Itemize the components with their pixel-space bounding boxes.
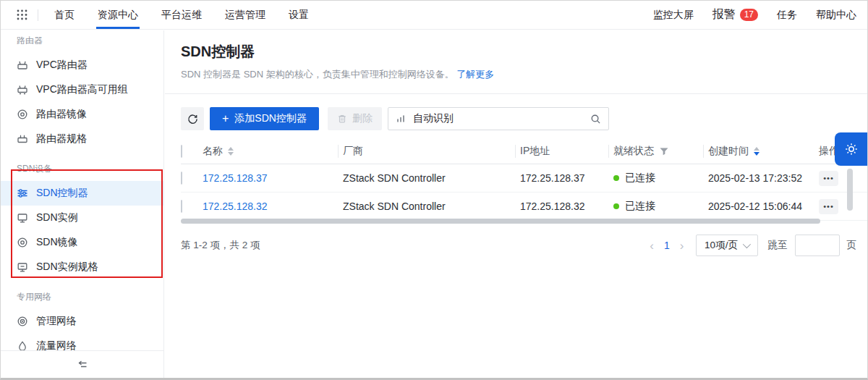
select-all-checkbox[interactable] bbox=[181, 145, 182, 158]
horizontal-scrollbar[interactable] bbox=[181, 219, 820, 224]
collapse-sidebar-icon bbox=[77, 360, 88, 370]
nav-item-help-center[interactable]: 帮助中心 bbox=[816, 1, 856, 29]
column-status: 就绪状态 bbox=[613, 145, 654, 158]
nav-item-operation-mgmt[interactable]: 运营管理 bbox=[221, 1, 270, 29]
sidebar-item-management-network[interactable]: 管理网络 bbox=[1, 309, 163, 334]
search-icon[interactable] bbox=[590, 114, 601, 124]
header-divider bbox=[165, 93, 867, 94]
page-description: SDN 控制器是 SDN 架构的核心，负责集中管理和控制网络设备。 了解更多 bbox=[181, 68, 850, 81]
prev-page-button[interactable]: ‹ bbox=[645, 240, 658, 252]
page-size-select[interactable]: 10项/页 bbox=[696, 235, 758, 256]
table-header-row: 名称 厂商 IP地址 就绪状态 创建时间 操作 bbox=[181, 139, 867, 164]
row-name-link[interactable]: 172.25.128.37 bbox=[203, 172, 268, 184]
row-created: 2025-02-12 15:06:44 bbox=[703, 200, 819, 212]
alarm-label: 报警 bbox=[712, 7, 736, 22]
row-checkbox[interactable] bbox=[181, 172, 182, 185]
sidebar-item-sdn-image[interactable]: SDN镜像 bbox=[1, 230, 163, 255]
nav-item-resource-center[interactable]: 资源中心 bbox=[93, 1, 142, 29]
row-name-link[interactable]: 172.25.128.32 bbox=[203, 200, 268, 212]
table-footer: 第 1-2 项，共 2 项 ‹ 1 › 10项/页 跳至 页 bbox=[181, 235, 856, 256]
column-name: 名称 bbox=[203, 145, 223, 158]
nav-item-home[interactable]: 首页 bbox=[50, 1, 79, 29]
next-page-button[interactable]: › bbox=[676, 240, 689, 252]
filter-icon[interactable] bbox=[660, 148, 668, 156]
page-header: SDN控制器 SDN 控制器是 SDN 架构的核心，负责集中管理和控制网络设备。… bbox=[165, 30, 867, 81]
sliders-icon bbox=[17, 187, 28, 199]
gear-icon bbox=[844, 142, 859, 156]
sidebar-item-label: 管理网络 bbox=[36, 315, 77, 328]
plus-icon: + bbox=[222, 113, 229, 124]
sort-created-icon[interactable] bbox=[754, 147, 760, 156]
sidebar: 路由器 VPC路由器 VPC路由器高可用组 路由器 bbox=[1, 30, 164, 378]
app-window: 首页 资源中心 平台运维 运营管理 设置 监控大屏 报警 17 任务 帮助中心 … bbox=[0, 0, 868, 380]
page-number[interactable]: 1 bbox=[658, 240, 676, 251]
row-checkbox[interactable] bbox=[181, 200, 182, 213]
refresh-button[interactable] bbox=[181, 107, 204, 130]
toolbar: + 添加SDN控制器 删除 bbox=[181, 107, 867, 130]
nav-item-platform-ops[interactable]: 平台运维 bbox=[157, 1, 206, 29]
delete-button[interactable]: 删除 bbox=[328, 107, 382, 130]
sidebar-item-label: SDN实例 bbox=[36, 211, 78, 224]
monitor-icon bbox=[17, 212, 28, 224]
page-unit-label: 页 bbox=[847, 239, 857, 252]
page-description-text: SDN 控制器是 SDN 架构的核心，负责集中管理和控制网络设备。 bbox=[181, 69, 454, 80]
router-spec-icon bbox=[17, 133, 28, 145]
row-vendor: ZStack SDN Controller bbox=[338, 200, 515, 212]
sidebar-item-sdn-instance-spec[interactable]: SDN实例规格 bbox=[1, 255, 163, 279]
jump-to-label: 跳至 bbox=[768, 239, 788, 252]
sidebar-item-label: SDN镜像 bbox=[36, 236, 78, 249]
monitor-spec-icon bbox=[17, 261, 28, 273]
sidebar-item-sdn-instance[interactable]: SDN实例 bbox=[1, 206, 163, 230]
sidebar-item-router-image[interactable]: 路由器镜像 bbox=[1, 102, 163, 127]
items-summary: 第 1-2 项，共 2 项 bbox=[181, 239, 260, 252]
sidebar-item-label: SDN实例规格 bbox=[36, 261, 98, 274]
image-bullseye-icon bbox=[17, 237, 28, 248]
nav-divider bbox=[38, 9, 38, 21]
row-ip: 172.25.128.32 bbox=[515, 200, 608, 212]
nav-item-monitor-screen[interactable]: 监控大屏 bbox=[653, 1, 694, 29]
router-icon bbox=[17, 59, 28, 71]
search-box[interactable] bbox=[388, 107, 609, 130]
image-bullseye-icon bbox=[17, 109, 28, 120]
table-row: 172.25.128.32 ZStack SDN Controller 172.… bbox=[181, 193, 867, 221]
column-vendor: 厂商 bbox=[338, 145, 515, 158]
status-label: 已连接 bbox=[625, 200, 655, 213]
sidebar-collapse-button[interactable] bbox=[1, 350, 163, 378]
sdn-controller-table: 名称 厂商 IP地址 就绪状态 创建时间 操作 bbox=[181, 139, 867, 221]
sidebar-item-vpc-router-ha-group[interactable]: VPC路由器高可用组 bbox=[1, 77, 163, 102]
learn-more-link[interactable]: 了解更多 bbox=[456, 69, 494, 80]
sidebar-item-label: 路由器规格 bbox=[36, 132, 87, 145]
status-label: 已连接 bbox=[625, 172, 655, 185]
nav-item-alarm[interactable]: 报警 17 bbox=[712, 7, 758, 22]
sort-name-icon[interactable] bbox=[228, 147, 234, 156]
page-title: SDN控制器 bbox=[181, 42, 850, 62]
page-size-value: 10项/页 bbox=[705, 239, 738, 252]
signal-bars-icon bbox=[396, 114, 406, 124]
nav-item-tasks[interactable]: 任务 bbox=[777, 1, 797, 29]
pagination: ‹ 1 › 10项/页 跳至 页 bbox=[645, 235, 856, 256]
sidebar-section-router: 路由器 bbox=[1, 30, 163, 53]
trash-icon bbox=[337, 114, 347, 124]
sidebar-item-vpc-router[interactable]: VPC路由器 bbox=[1, 53, 163, 77]
main-content: SDN控制器 SDN 控制器是 SDN 架构的核心，负责集中管理和控制网络设备。… bbox=[165, 30, 867, 378]
row-actions-button[interactable]: ••• bbox=[819, 199, 838, 214]
alarm-count-badge: 17 bbox=[740, 9, 758, 21]
sidebar-item-router-spec[interactable]: 路由器规格 bbox=[1, 127, 163, 151]
sidebar-item-sdn-controller[interactable]: SDN控制器 bbox=[1, 181, 163, 206]
top-nav: 首页 资源中心 平台运维 运营管理 设置 监控大屏 报警 17 任务 帮助中心 bbox=[1, 1, 867, 30]
apps-grid-icon[interactable] bbox=[17, 9, 27, 20]
vertical-scrollbar[interactable] bbox=[847, 169, 853, 211]
row-vendor: ZStack SDN Controller bbox=[338, 172, 515, 184]
row-created: 2025-02-13 17:23:52 bbox=[703, 172, 819, 184]
nav-item-settings[interactable]: 设置 bbox=[284, 1, 313, 29]
table-row: 172.25.128.37 ZStack SDN Controller 172.… bbox=[181, 164, 867, 193]
row-ip: 172.25.128.37 bbox=[515, 172, 608, 184]
router-group-icon bbox=[17, 84, 28, 96]
table-settings-button[interactable] bbox=[835, 132, 868, 166]
row-actions-button[interactable]: ••• bbox=[819, 171, 838, 186]
add-sdn-controller-button[interactable]: + 添加SDN控制器 bbox=[210, 107, 319, 130]
jump-to-page-input[interactable] bbox=[795, 235, 840, 256]
top-nav-right: 监控大屏 报警 17 任务 帮助中心 bbox=[634, 1, 856, 29]
column-created: 创建时间 bbox=[708, 145, 749, 158]
search-input[interactable] bbox=[412, 112, 584, 125]
